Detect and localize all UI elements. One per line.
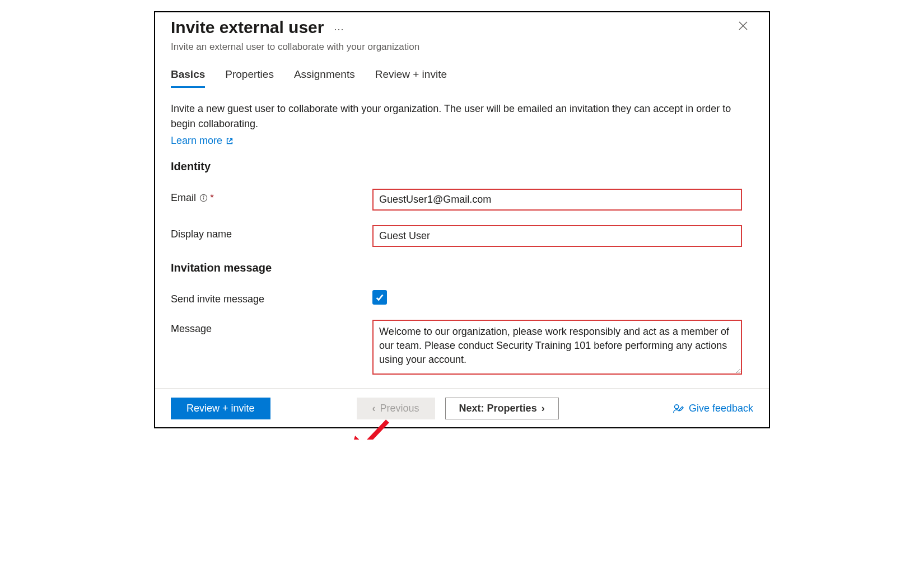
svg-point-7 [675,404,679,408]
chevron-left-icon: ‹ [372,403,376,414]
section-heading-invitation: Invitation message [171,262,753,274]
external-link-icon [226,137,234,145]
learn-more-link[interactable]: Learn more [171,135,234,147]
check-icon [375,292,385,302]
tab-assignments[interactable]: Assignments [294,68,355,88]
close-button[interactable] [733,18,753,36]
previous-button: ‹ Previous [357,398,435,419]
tab-review-invite[interactable]: Review + invite [375,68,447,88]
close-icon [738,20,749,31]
more-options-icon[interactable]: ⋯ [334,20,344,35]
required-indicator: * [210,192,214,204]
display-name-input[interactable] [372,225,742,247]
tab-bar: Basics Properties Assignments Review + i… [155,63,769,88]
message-label: Message [171,320,372,335]
display-name-label: Display name [171,225,372,240]
give-feedback-link[interactable]: Give feedback [672,403,753,415]
page-subtitle: Invite an external user to collaborate w… [155,41,769,63]
email-label: Email * [171,189,372,204]
svg-point-4 [203,196,204,197]
next-button[interactable]: Next: Properties › [445,398,559,419]
tab-properties[interactable]: Properties [225,68,274,88]
review-invite-button[interactable]: Review + invite [171,398,270,419]
learn-more-label: Learn more [171,135,222,147]
send-invite-checkbox[interactable] [372,290,387,305]
info-icon[interactable] [199,194,208,202]
section-heading-identity: Identity [171,160,753,173]
feedback-icon [672,403,684,415]
send-invite-label: Send invite message [171,290,372,305]
tab-basics[interactable]: Basics [171,68,205,88]
description-text: Invite a new guest user to collaborate w… [171,101,753,132]
chevron-right-icon: › [542,403,545,414]
page-title: Invite external user [171,18,324,37]
message-textarea[interactable] [372,320,742,375]
email-input[interactable] [372,189,742,211]
